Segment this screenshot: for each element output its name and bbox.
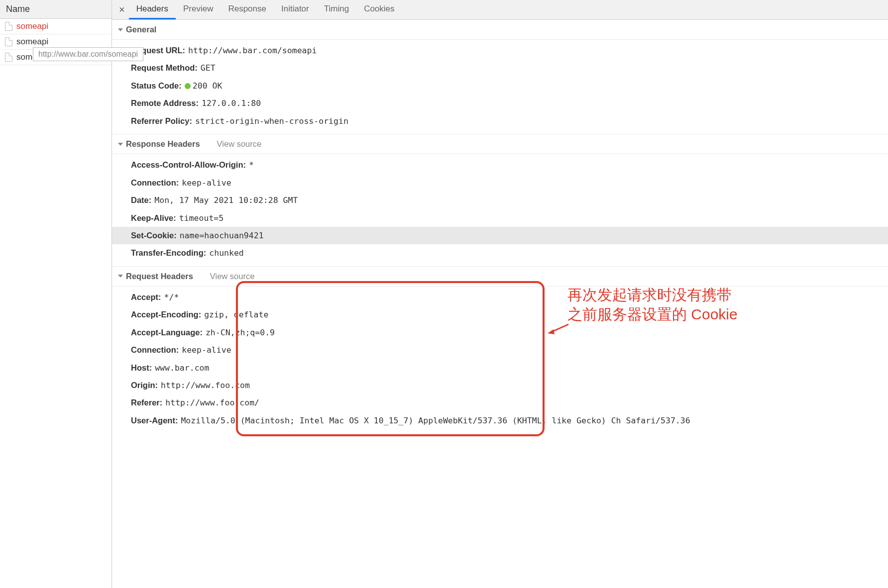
section-response-header[interactable]: Response Headers View source (112, 134, 888, 154)
tab-cookies[interactable]: Cookies (356, 0, 402, 19)
section-general-header[interactable]: General (112, 20, 888, 40)
section-request-body: Accept:*/* Accept-Encoding:gzip, deflate… (112, 287, 888, 434)
file-icon (5, 22, 12, 31)
header-row-set-cookie: Set-Cookie:name=haochuan9421 (112, 227, 888, 244)
section-title: Request Headers (126, 272, 193, 281)
headers-content[interactable]: General Request URL:http://www.bar.com/s… (112, 20, 888, 588)
header-row: Connection:keep-alive (112, 174, 888, 192)
request-item[interactable]: someapi (0, 19, 111, 34)
close-icon[interactable]: × (115, 4, 129, 15)
details-tabbar: × Headers Preview Response Initiator Tim… (112, 0, 888, 20)
header-row: User-Agent:Mozilla/5.0 (Macintosh; Intel… (112, 412, 888, 429)
url-tooltip: http://www.bar.com/someapi (33, 47, 143, 61)
header-row: Access-Control-Allow-Origin:* (112, 156, 888, 174)
header-row: Request Method:GET (112, 59, 888, 77)
collapse-icon (118, 275, 123, 278)
header-row: Host:www.bar.com (112, 359, 888, 377)
header-row: Accept-Language:zh-CN,zh;q=0.9 (112, 324, 888, 341)
collapse-icon (118, 28, 123, 31)
header-row: Origin:http://www.foo.com (112, 377, 888, 394)
request-label: someapi (16, 37, 48, 47)
header-row: Status Code:200 OK (112, 77, 888, 95)
header-row: Remote Address:127.0.0.1:80 (112, 95, 888, 112)
section-response-body: Access-Control-Allow-Origin:* Connection… (112, 154, 888, 266)
sidebar-header: Name (0, 0, 111, 19)
devtools-panel: Name someapi someapi someapi http://www.… (0, 0, 888, 588)
header-row: Keep-Alive:timeout=5 (112, 209, 888, 227)
request-list-sidebar: Name someapi someapi someapi (0, 0, 112, 588)
header-row: Transfer-Encoding:chunked (112, 244, 888, 262)
header-row: Accept-Encoding:gzip, deflate (112, 306, 888, 323)
tab-headers[interactable]: Headers (129, 0, 176, 19)
view-source-link[interactable]: View source (217, 139, 262, 149)
section-title: General (126, 25, 156, 34)
tab-response[interactable]: Response (221, 0, 274, 19)
header-row: Referrer Policy:strict-origin-when-cross… (112, 112, 888, 130)
details-panel: × Headers Preview Response Initiator Tim… (112, 0, 888, 588)
tab-initiator[interactable]: Initiator (274, 0, 317, 19)
file-icon (5, 53, 12, 62)
file-icon (5, 37, 12, 46)
header-row: Referer:http://www.foo.com/ (112, 394, 888, 411)
header-row: Date:Mon, 17 May 2021 10:02:28 GMT (112, 192, 888, 209)
request-label: someapi (16, 21, 48, 31)
header-row: Accept:*/* (112, 289, 888, 306)
header-row: Connection:keep-alive (112, 341, 888, 359)
tab-timing[interactable]: Timing (317, 0, 356, 19)
section-title: Response Headers (126, 139, 200, 149)
status-dot-icon (185, 83, 191, 89)
section-request-header[interactable]: Request Headers View source (112, 266, 888, 287)
header-row: Request URL:http://www.bar.com/someapi (112, 42, 888, 59)
section-general-body: Request URL:http://www.bar.com/someapi R… (112, 40, 888, 134)
annotation-text: 再次发起请求时没有携带 之前服务器设置的 Cookie (567, 285, 738, 324)
view-source-link[interactable]: View source (210, 272, 255, 281)
collapse-icon (118, 143, 123, 146)
tab-preview[interactable]: Preview (176, 0, 221, 19)
